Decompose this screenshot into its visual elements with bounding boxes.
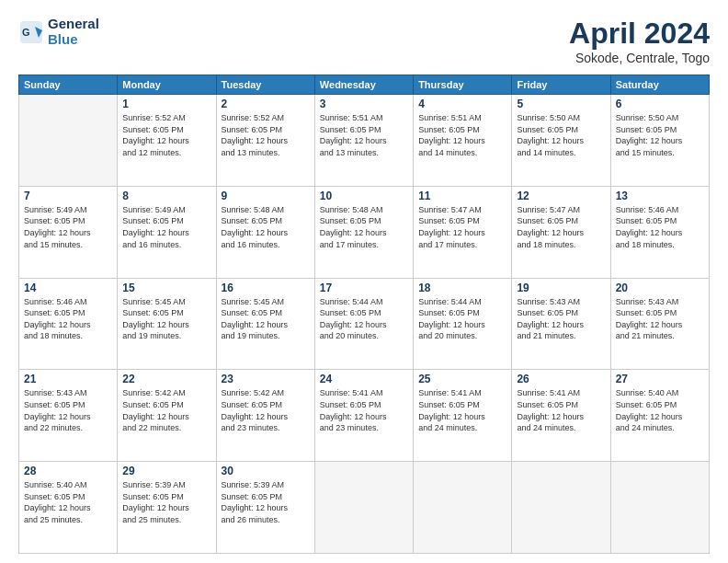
day-info-22: Sunrise: 5:42 AM Sunset: 6:05 PM Dayligh… [122, 387, 210, 433]
day-num-25: 25 [418, 373, 506, 385]
page: G General Blue April 2024 Sokode, Centra… [0, 0, 728, 563]
day-info-5: Sunrise: 5:50 AM Sunset: 6:05 PM Dayligh… [517, 112, 605, 158]
day-info-28: Sunrise: 5:40 AM Sunset: 6:05 PM Dayligh… [24, 479, 112, 525]
day-num-6: 6 [616, 98, 704, 110]
day-28: 28Sunrise: 5:40 AM Sunset: 6:05 PM Dayli… [19, 462, 118, 554]
day-num-5: 5 [517, 98, 605, 110]
day-info-24: Sunrise: 5:41 AM Sunset: 6:05 PM Dayligh… [320, 387, 408, 433]
day-18: 18Sunrise: 5:44 AM Sunset: 6:05 PM Dayli… [414, 278, 512, 370]
header-monday: Monday [118, 75, 216, 95]
day-info-20: Sunrise: 5:43 AM Sunset: 6:05 PM Dayligh… [616, 296, 704, 342]
day-num-15: 15 [122, 282, 210, 294]
day-info-26: Sunrise: 5:41 AM Sunset: 6:05 PM Dayligh… [517, 387, 605, 433]
day-info-29: Sunrise: 5:39 AM Sunset: 6:05 PM Dayligh… [122, 479, 210, 525]
week-row-5: 28Sunrise: 5:40 AM Sunset: 6:05 PM Dayli… [19, 462, 710, 554]
day-27: 27Sunrise: 5:40 AM Sunset: 6:05 PM Dayli… [610, 370, 709, 462]
day-17: 17Sunrise: 5:44 AM Sunset: 6:05 PM Dayli… [314, 278, 413, 370]
day-num-24: 24 [320, 373, 408, 385]
day-info-7: Sunrise: 5:49 AM Sunset: 6:05 PM Dayligh… [24, 204, 112, 250]
day-5: 5Sunrise: 5:50 AM Sunset: 6:05 PM Daylig… [512, 95, 610, 187]
day-16: 16Sunrise: 5:45 AM Sunset: 6:05 PM Dayli… [216, 278, 314, 370]
day-24: 24Sunrise: 5:41 AM Sunset: 6:05 PM Dayli… [314, 370, 413, 462]
day-info-8: Sunrise: 5:49 AM Sunset: 6:05 PM Dayligh… [122, 204, 210, 250]
day-19: 19Sunrise: 5:43 AM Sunset: 6:05 PM Dayli… [512, 278, 610, 370]
day-14: 14Sunrise: 5:46 AM Sunset: 6:05 PM Dayli… [19, 278, 118, 370]
logo-line1: General [48, 17, 99, 32]
day-info-1: Sunrise: 5:52 AM Sunset: 6:05 PM Dayligh… [122, 112, 210, 158]
day-num-13: 13 [616, 190, 704, 202]
day-info-18: Sunrise: 5:44 AM Sunset: 6:05 PM Dayligh… [418, 296, 506, 342]
day-info-19: Sunrise: 5:43 AM Sunset: 6:05 PM Dayligh… [517, 296, 605, 342]
day-26: 26Sunrise: 5:41 AM Sunset: 6:05 PM Dayli… [512, 370, 610, 462]
day-num-9: 9 [222, 190, 310, 202]
empty-day [610, 462, 709, 554]
day-num-11: 11 [418, 190, 506, 202]
day-num-17: 17 [320, 282, 408, 294]
day-13: 13Sunrise: 5:46 AM Sunset: 6:05 PM Dayli… [610, 186, 709, 278]
day-num-8: 8 [122, 190, 210, 202]
day-info-6: Sunrise: 5:50 AM Sunset: 6:05 PM Dayligh… [616, 112, 704, 158]
day-num-22: 22 [122, 373, 210, 385]
day-info-25: Sunrise: 5:41 AM Sunset: 6:05 PM Dayligh… [418, 387, 506, 433]
header: G General Blue April 2024 Sokode, Centra… [18, 17, 710, 65]
day-info-14: Sunrise: 5:46 AM Sunset: 6:05 PM Dayligh… [24, 296, 112, 342]
logo: G General Blue [18, 17, 99, 47]
day-11: 11Sunrise: 5:47 AM Sunset: 6:05 PM Dayli… [414, 186, 512, 278]
day-info-16: Sunrise: 5:45 AM Sunset: 6:05 PM Dayligh… [222, 296, 310, 342]
day-info-12: Sunrise: 5:47 AM Sunset: 6:05 PM Dayligh… [517, 204, 605, 250]
header-tuesday: Tuesday [216, 75, 314, 95]
day-num-21: 21 [24, 373, 112, 385]
day-info-3: Sunrise: 5:51 AM Sunset: 6:05 PM Dayligh… [320, 112, 408, 158]
week-row-2: 7Sunrise: 5:49 AM Sunset: 6:05 PM Daylig… [19, 186, 710, 278]
day-info-23: Sunrise: 5:42 AM Sunset: 6:05 PM Dayligh… [222, 387, 310, 433]
day-25: 25Sunrise: 5:41 AM Sunset: 6:05 PM Dayli… [414, 370, 512, 462]
location: Sokode, Centrale, Togo [569, 51, 710, 65]
header-saturday: Saturday [610, 75, 709, 95]
day-30: 30Sunrise: 5:39 AM Sunset: 6:05 PM Dayli… [216, 462, 314, 554]
day-num-3: 3 [320, 98, 408, 110]
day-info-10: Sunrise: 5:48 AM Sunset: 6:05 PM Dayligh… [320, 204, 408, 250]
header-sunday: Sunday [19, 75, 118, 95]
day-22: 22Sunrise: 5:42 AM Sunset: 6:05 PM Dayli… [118, 370, 216, 462]
day-num-14: 14 [24, 282, 112, 294]
empty-day [414, 462, 512, 554]
day-15: 15Sunrise: 5:45 AM Sunset: 6:05 PM Dayli… [118, 278, 216, 370]
day-num-18: 18 [418, 282, 506, 294]
day-info-15: Sunrise: 5:45 AM Sunset: 6:05 PM Dayligh… [122, 296, 210, 342]
day-9: 9Sunrise: 5:48 AM Sunset: 6:05 PM Daylig… [216, 186, 314, 278]
day-num-28: 28 [24, 465, 112, 477]
day-1: 1Sunrise: 5:52 AM Sunset: 6:05 PM Daylig… [118, 95, 216, 187]
day-23: 23Sunrise: 5:42 AM Sunset: 6:05 PM Dayli… [216, 370, 314, 462]
svg-text:G: G [22, 27, 30, 38]
day-6: 6Sunrise: 5:50 AM Sunset: 6:05 PM Daylig… [610, 95, 709, 187]
day-num-29: 29 [122, 465, 210, 477]
title-block: April 2024 Sokode, Centrale, Togo [569, 17, 710, 65]
day-8: 8Sunrise: 5:49 AM Sunset: 6:05 PM Daylig… [118, 186, 216, 278]
empty-day [314, 462, 413, 554]
day-num-27: 27 [616, 373, 704, 385]
day-20: 20Sunrise: 5:43 AM Sunset: 6:05 PM Dayli… [610, 278, 709, 370]
day-29: 29Sunrise: 5:39 AM Sunset: 6:05 PM Dayli… [118, 462, 216, 554]
day-2: 2Sunrise: 5:52 AM Sunset: 6:05 PM Daylig… [216, 95, 314, 187]
day-num-2: 2 [222, 98, 310, 110]
day-num-20: 20 [616, 282, 704, 294]
day-num-4: 4 [418, 98, 506, 110]
empty-day [512, 462, 610, 554]
day-12: 12Sunrise: 5:47 AM Sunset: 6:05 PM Dayli… [512, 186, 610, 278]
logo-text: General Blue [48, 17, 99, 47]
week-row-1: 1Sunrise: 5:52 AM Sunset: 6:05 PM Daylig… [19, 95, 710, 187]
day-num-23: 23 [222, 373, 310, 385]
day-num-26: 26 [517, 373, 605, 385]
week-row-3: 14Sunrise: 5:46 AM Sunset: 6:05 PM Dayli… [19, 278, 710, 370]
day-num-1: 1 [122, 98, 210, 110]
day-10: 10Sunrise: 5:48 AM Sunset: 6:05 PM Dayli… [314, 186, 413, 278]
logo-line2: Blue [48, 32, 99, 48]
day-num-19: 19 [517, 282, 605, 294]
day-info-27: Sunrise: 5:40 AM Sunset: 6:05 PM Dayligh… [616, 387, 704, 433]
calendar: Sunday Monday Tuesday Wednesday Thursday… [18, 75, 710, 554]
empty-day [19, 95, 118, 187]
day-info-17: Sunrise: 5:44 AM Sunset: 6:05 PM Dayligh… [320, 296, 408, 342]
day-info-9: Sunrise: 5:48 AM Sunset: 6:05 PM Dayligh… [222, 204, 310, 250]
day-num-12: 12 [517, 190, 605, 202]
weekday-header-row: Sunday Monday Tuesday Wednesday Thursday… [19, 75, 710, 95]
